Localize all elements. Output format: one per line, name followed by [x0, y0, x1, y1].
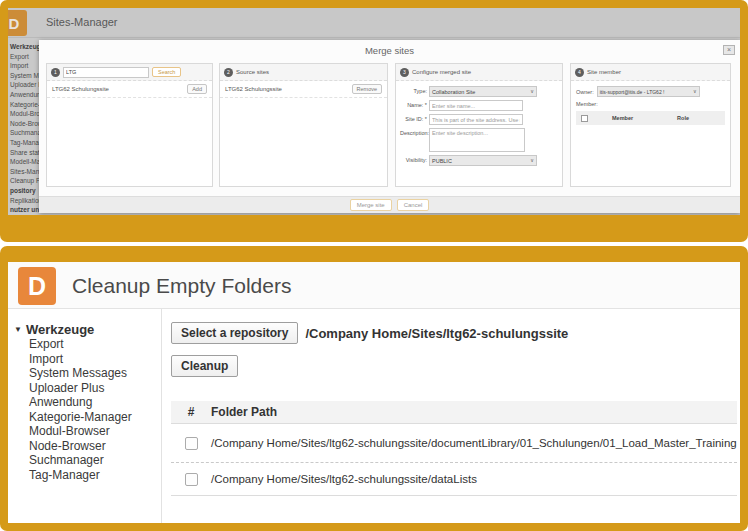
cleanup-empty-folders-window: D Cleanup Empty Folders ▼ Werkzeuge Expo…	[8, 262, 740, 523]
hash-column-header: #	[171, 405, 211, 419]
dialog-title: Merge sites	[39, 40, 740, 56]
site-id-label: Site ID: *	[400, 114, 427, 122]
member-column-header: Member	[612, 115, 633, 121]
screenshot-stage: D Sites-Manager Werkzeug Export Import S…	[0, 0, 748, 531]
configure-site-panel: 3 Configure merged site Type: Collaborat…	[395, 63, 563, 187]
site-id-input[interactable]	[429, 114, 523, 125]
member-table-header: Member Role	[576, 111, 725, 125]
step-number-badge: 2	[224, 68, 233, 77]
add-button[interactable]: Add	[187, 84, 207, 94]
search-sites-panel: 1 Search LTG62 Schulungssite Add	[46, 63, 213, 187]
sidebar-item-kategorie-manager[interactable]: Kategorie-Manager	[29, 410, 161, 425]
select-repository-button[interactable]: Select a repository	[171, 322, 298, 344]
app-header: D Cleanup Empty Folders	[8, 262, 740, 309]
sidebar-item-export[interactable]: Export	[29, 337, 161, 352]
sidebar-section-label: Werkzeuge	[26, 322, 94, 337]
source-sites-panel: 2 Source sites LTG62 Schulungssite Remov…	[219, 63, 388, 187]
role-column-header: Role	[677, 115, 689, 121]
table-row: /Company Home/Sites/ltg62-schulungssite/…	[171, 424, 737, 463]
visibility-value: PUBLIC	[432, 158, 452, 164]
owner-select[interactable]: itis-support@itis.de - LTG62 ! ∨	[597, 86, 700, 97]
table-row: /Company Home/Sites/ltg62-schulungssite/…	[171, 463, 737, 496]
panel-title: Configure merged site	[412, 69, 471, 75]
cleanup-button[interactable]: Cleanup	[171, 355, 238, 377]
step-number-badge: 4	[575, 68, 584, 77]
description-label: Description:	[400, 128, 427, 136]
visibility-label: Visibility:	[400, 155, 427, 163]
panel-title: Source sites	[236, 69, 269, 75]
sidebar-item-anwendung[interactable]: Anwendung	[29, 395, 161, 410]
chevron-down-icon: ∨	[530, 157, 534, 163]
chevron-down-icon: ∨	[530, 88, 534, 94]
main-content: Select a repository /Company Home/Sites/…	[163, 309, 740, 523]
page-title: Sites-Manager	[46, 16, 118, 28]
empty-folders-table: # Folder Path /Company Home/Sites/ltg62-…	[171, 401, 737, 496]
source-site-label: LTG62 Schulungssite	[225, 86, 282, 92]
sidebar-nav: ▼ Werkzeuge Export Import System Message…	[8, 309, 162, 523]
site-name-input[interactable]	[429, 100, 523, 111]
app-logo-icon: D	[8, 10, 27, 36]
owner-label: Owner:	[576, 89, 594, 95]
folder-path-column-header: Folder Path	[211, 405, 277, 419]
sidebar-item-uploader-plus[interactable]: Uploader Plus	[29, 381, 161, 396]
row-checkbox[interactable]	[185, 473, 198, 486]
type-label: Type:	[400, 86, 427, 94]
folder-path-cell: /Company Home/Sites/ltg62-schulungssite/…	[211, 473, 477, 485]
site-search-input[interactable]	[63, 67, 149, 78]
dialog-footer: Merge site Cancel	[39, 196, 740, 213]
step-number-badge: 1	[51, 68, 60, 77]
merge-sites-dialog: Merge sites × 1 Search LTG62 Schulungssi…	[39, 40, 740, 213]
folder-path-cell: /Company Home/Sites/ltg62-schulungssite/…	[211, 437, 737, 449]
type-value: Collaboration Site	[432, 89, 475, 95]
cancel-button[interactable]: Cancel	[397, 199, 430, 211]
merge-site-button[interactable]: Merge site	[350, 199, 392, 211]
panel-title: Site member	[587, 69, 621, 75]
app-logo-icon: D	[18, 267, 56, 305]
step-number-badge: 3	[400, 68, 409, 77]
sidebar-item-import[interactable]: Import	[29, 352, 161, 367]
page-title: Cleanup Empty Folders	[72, 274, 291, 298]
sidebar-item-system-messages[interactable]: System Messages	[29, 366, 161, 381]
close-icon[interactable]: ×	[723, 45, 735, 55]
owner-value: itis-support@itis.de - LTG62 !	[600, 89, 665, 95]
site-member-panel: 4 Site member Owner: itis-support@itis.d…	[570, 63, 731, 187]
sidebar-item-node-browser[interactable]: Node-Browser	[29, 439, 161, 454]
sidebar-section-werkzeuge[interactable]: ▼ Werkzeuge	[14, 322, 161, 337]
sidebar-item-suchmanager[interactable]: Suchmanager	[29, 453, 161, 468]
row-checkbox[interactable]	[185, 437, 198, 450]
triangle-down-icon: ▼	[14, 325, 22, 334]
type-select[interactable]: Collaboration Site ∨	[429, 86, 537, 97]
sidebar-item-modul-browser[interactable]: Modul-Browser	[29, 424, 161, 439]
search-button[interactable]: Search	[152, 67, 181, 77]
table-header-row: # Folder Path	[171, 401, 737, 424]
name-label: Name: *	[400, 100, 427, 108]
app-header: D Sites-Manager	[8, 8, 740, 38]
chevron-down-icon: ∨	[693, 88, 697, 94]
description-textarea[interactable]: Enter site description...	[429, 128, 525, 152]
select-all-checkbox[interactable]	[581, 115, 588, 122]
repository-path: /Company Home/Sites/ltg62-schulungssite	[305, 326, 568, 341]
visibility-select[interactable]: PUBLIC ∨	[429, 155, 537, 166]
sites-manager-window: D Sites-Manager Werkzeug Export Import S…	[8, 8, 740, 215]
sidebar-item-tag-manager[interactable]: Tag-Manager	[29, 468, 161, 483]
remove-button[interactable]: Remove	[352, 84, 382, 94]
member-label: Member:	[576, 101, 598, 107]
search-result-label: LTG62 Schulungssite	[52, 86, 109, 92]
